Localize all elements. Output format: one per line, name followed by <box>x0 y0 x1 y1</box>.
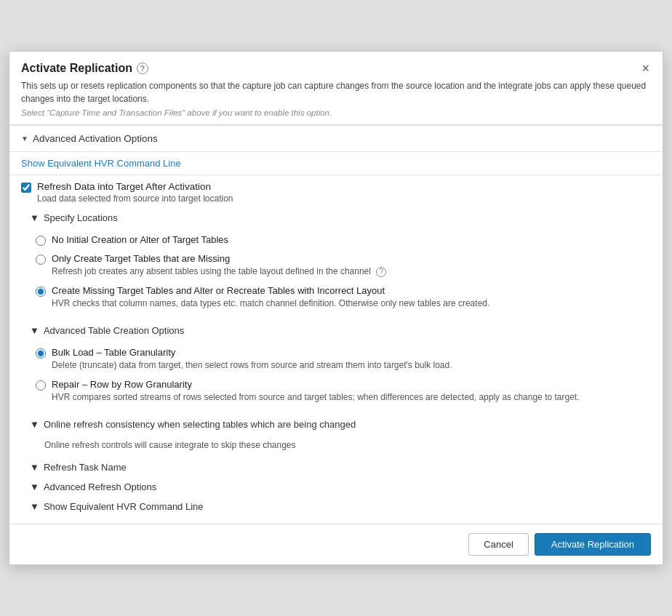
refresh-task-section-header[interactable]: ▼ Refresh Task Name <box>30 457 651 477</box>
advanced-table-radio-group: Bulk Load – Table Granularity Delete (tr… <box>30 340 651 410</box>
radio-bulk[interactable] <box>36 348 46 359</box>
dialog-header: Activate Replication ? × This sets up or… <box>9 52 663 125</box>
dialog-footer: Cancel Activate Replication <box>9 524 663 564</box>
advanced-activation-section-header[interactable]: ▼ Advanced Activation Options <box>9 125 663 151</box>
radio-bulk-sub: Delete (truncate) data from target, then… <box>52 359 452 372</box>
dialog-title-text: Activate Replication <box>21 62 132 75</box>
radio-row-bulk: Bulk Load – Table Granularity Delete (tr… <box>36 343 651 375</box>
advanced-refresh-section-header[interactable]: ▼ Advanced Refresh Options <box>30 477 651 497</box>
radio-row-no-initial: No Initial Creation or Alter of Target T… <box>36 231 651 249</box>
dialog-title-container: Activate Replication ? <box>21 62 148 75</box>
refresh-task-label: Refresh Task Name <box>44 462 127 473</box>
refresh-task-chevron: ▼ <box>30 462 39 473</box>
radio-row-create-missing: Create Missing Target Tables and Alter o… <box>36 281 651 313</box>
refresh-checkbox-sub: Load data selected from source into targ… <box>37 193 233 204</box>
advanced-table-chevron: ▼ <box>30 325 39 336</box>
online-refresh-label: Online refresh consistency when selectin… <box>44 419 356 430</box>
radio-bulk-label[interactable]: Bulk Load – Table Granularity <box>52 347 175 358</box>
dialog-content: ▼ Advanced Activation Options Show Equiv… <box>9 125 663 523</box>
radio-repair[interactable] <box>36 380 46 391</box>
refresh-checkbox-row: Refresh Data into Target After Activatio… <box>9 175 663 205</box>
radio-create-missing-label[interactable]: Create Missing Target Tables and Alter o… <box>52 285 385 296</box>
online-refresh-chevron: ▼ <box>30 419 39 430</box>
cancel-button[interactable]: Cancel <box>468 533 528 556</box>
show-cmd-bottom-label: Show Equivalent HVR Command Line <box>44 501 204 512</box>
activate-replication-button[interactable]: Activate Replication <box>535 533 651 556</box>
dialog-description: This sets up or resets replication compo… <box>21 79 651 105</box>
radio-only-create-sub: Refresh job creates any absent tables us… <box>52 265 386 278</box>
refresh-checkbox[interactable] <box>21 183 31 193</box>
radio-repair-sub: HVR compares sorted streams of rows sele… <box>52 391 580 404</box>
radio-only-create-label[interactable]: Only Create Target Tables that are Missi… <box>52 253 230 264</box>
activate-replication-dialog: Activate Replication ? × This sets up or… <box>9 51 663 564</box>
radio-repair-label[interactable]: Repair – Row by Row Granularity <box>52 379 192 390</box>
specify-locations-header[interactable]: ▼ Specify Locations <box>30 208 651 228</box>
dialog-note: Select "Capture Time and Transaction Fil… <box>21 108 651 117</box>
close-button[interactable]: × <box>640 62 651 75</box>
refresh-checkbox-label[interactable]: Refresh Data into Target After Activatio… <box>37 181 211 192</box>
advanced-activation-chevron: ▼ <box>21 135 28 143</box>
online-refresh-text: Online refresh controls will cause integ… <box>44 437 651 453</box>
title-help-icon[interactable]: ? <box>137 63 148 74</box>
advanced-activation-label: Advanced Activation Options <box>33 133 158 144</box>
show-cmd-line-top-link[interactable]: Show Equivalent HVR Command Line <box>9 152 663 175</box>
specify-locations-label: Specify Locations <box>44 212 118 223</box>
online-refresh-section-header[interactable]: ▼ Online refresh consistency when select… <box>30 415 651 434</box>
specify-locations-radio-group: No Initial Creation or Alter of Target T… <box>30 228 651 316</box>
radio-create-missing[interactable] <box>36 287 46 297</box>
specify-locations-body: ▼ Specify Locations No Initial Creation … <box>9 205 663 523</box>
advanced-table-label: Advanced Table Creation Options <box>44 325 184 336</box>
radio-only-create[interactable] <box>36 255 46 265</box>
radio-no-initial[interactable] <box>36 236 46 246</box>
show-cmd-bottom-section-header[interactable]: ▼ Show Equivalent HVR Command Line <box>30 497 651 516</box>
advanced-refresh-label: Advanced Refresh Options <box>44 481 156 492</box>
radio-only-create-help-icon[interactable]: ? <box>376 267 386 277</box>
show-cmd-bottom-chevron: ▼ <box>30 501 39 512</box>
radio-create-missing-sub: HVR checks that column names, data types… <box>52 297 489 310</box>
radio-row-only-create: Only Create Target Tables that are Missi… <box>36 249 651 281</box>
radio-no-initial-label[interactable]: No Initial Creation or Alter of Target T… <box>52 234 228 245</box>
radio-row-repair: Repair – Row by Row Granularity HVR comp… <box>36 375 651 407</box>
advanced-table-section-header[interactable]: ▼ Advanced Table Creation Options <box>30 321 651 340</box>
specify-locations-chevron: ▼ <box>30 212 39 223</box>
advanced-refresh-chevron: ▼ <box>30 481 39 492</box>
